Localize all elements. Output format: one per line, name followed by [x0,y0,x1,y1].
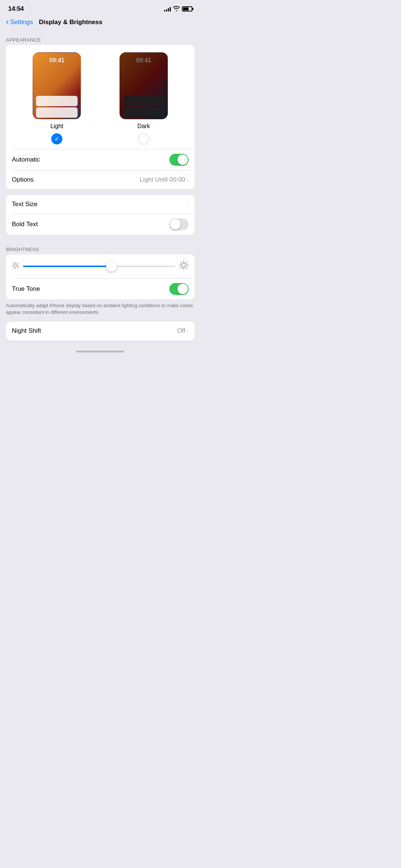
svg-line-7 [13,267,14,268]
dark-theme-radio[interactable] [138,133,149,144]
nav-header: ‹ Settings Display & Brightness [0,16,200,31]
light-theme-radio[interactable]: ✓ [51,133,62,144]
bold-text-row: Bold Text [6,214,195,235]
home-bar [76,351,124,352]
brightness-card: True Tone [6,254,195,299]
dark-preview-time: 09:41 [120,57,167,64]
brightness-max-icon [179,260,189,272]
back-label: Settings [10,19,33,26]
svg-line-16 [180,267,181,268]
automatic-row: Automatic [6,149,195,170]
night-shift-label: Night Shift [12,327,41,335]
dark-theme-option[interactable]: 09:41 Dark [120,52,168,144]
svg-line-14 [180,262,181,263]
night-shift-card[interactable]: Night Shift Off › [6,322,195,340]
true-tone-footer: Automatically adapt iPhone display based… [0,299,200,322]
brightness-section-label: BRIGHTNESS [0,241,200,254]
text-size-chevron-icon: › [187,201,189,208]
light-preview: 09:41 [33,52,81,119]
dark-preview: 09:41 [120,52,168,119]
bold-text-toggle[interactable] [169,218,189,230]
options-row[interactable]: Options Light Until 00:00 › [6,170,195,189]
text-size-value: › [187,201,189,208]
svg-point-0 [14,264,17,267]
night-shift-value: Off › [177,327,189,335]
light-theme-option[interactable]: 09:41 Light ✓ [33,52,81,144]
svg-line-8 [17,263,18,264]
night-shift-chevron-icon: › [187,328,189,334]
true-tone-label: True Tone [12,285,40,293]
dark-theme-label: Dark [137,123,150,130]
back-button[interactable]: ‹ Settings [6,18,33,27]
battery-fill [183,7,189,10]
night-shift-row[interactable]: Night Shift Off › [6,322,195,340]
automatic-label: Automatic [12,156,40,163]
theme-selector: 09:41 Light ✓ 09:41 [6,45,195,149]
bold-text-label: Bold Text [12,221,38,228]
appearance-card: 09:41 Light ✓ 09:41 [6,45,195,189]
brightness-thumb [106,261,117,272]
bold-text-toggle-thumb [170,219,180,230]
status-bar: 14:54 [0,0,200,16]
svg-line-17 [186,262,187,263]
back-chevron-icon: ‹ [6,17,9,27]
wifi-icon [173,6,180,12]
text-size-row[interactable]: Text Size › [6,195,195,214]
svg-line-15 [186,267,187,268]
svg-line-5 [13,263,14,264]
true-tone-row: True Tone [6,279,195,299]
brightness-fill [23,266,111,267]
status-icons [164,6,192,12]
true-tone-toggle-thumb [177,284,188,294]
light-preview-cards [33,95,81,119]
automatic-toggle[interactable] [169,154,189,166]
brightness-min-icon [12,262,19,271]
light-preview-time: 09:41 [33,57,81,64]
dark-preview-cards [120,95,167,119]
svg-point-9 [182,263,186,267]
status-time: 14:54 [8,5,24,13]
svg-line-6 [17,267,18,268]
automatic-toggle-thumb [177,155,188,165]
signal-icon [164,6,171,12]
battery-icon [182,6,192,12]
options-chevron-icon: › [187,177,189,183]
brightness-slider[interactable] [23,266,175,267]
text-size-label: Text Size [12,201,38,208]
text-settings-card: Text Size › Bold Text [6,195,195,235]
options-value: Light Until 00:00 › [140,176,189,183]
brightness-slider-row [6,254,195,278]
light-theme-label: Light [50,123,63,130]
appearance-section-label: APPEARANCE [0,31,200,45]
true-tone-toggle[interactable] [169,283,189,295]
page-title: Display & Brightness [39,19,102,26]
home-indicator [0,346,200,355]
options-label: Options [12,176,34,183]
